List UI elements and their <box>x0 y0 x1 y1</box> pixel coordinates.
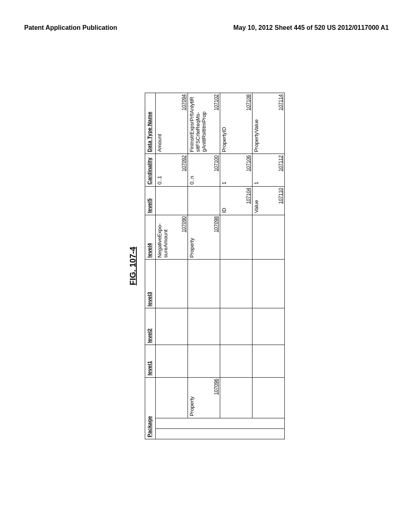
cell-level2 <box>220 308 252 345</box>
cell-datatype: PropertyID 107108 <box>220 93 252 154</box>
ref-number: 107114 <box>278 94 284 110</box>
lead-cell <box>156 428 285 439</box>
cell-cardinality: 0..n 107100 <box>188 154 220 187</box>
ref-number: 107106 <box>246 155 251 171</box>
lead-cell <box>156 418 285 428</box>
cell-cardinality: 1 107112 <box>252 154 285 187</box>
cell-level1 <box>252 345 285 378</box>
cell-text: Property <box>189 379 195 416</box>
cell-text: FinInstrExpsrPrflAnlytlRsltFSCrteReqMs-g… <box>189 95 207 152</box>
ref-number: 107094 <box>181 94 187 110</box>
cell-text: 1 <box>254 156 260 185</box>
col-package: Package <box>145 377 156 439</box>
header-right: May 10, 2012 Sheet 445 of 520 US 2012/01… <box>234 24 389 31</box>
cell-level2 <box>156 308 188 345</box>
cell-text: PropertyID <box>221 95 227 152</box>
cell-level4 <box>252 215 285 260</box>
cell-level5: ID 107104 <box>220 186 252 215</box>
col-level1: level1 <box>145 345 156 378</box>
table-row: Property 107096 Property 107098 <box>188 93 220 439</box>
cell-level4 <box>220 215 252 260</box>
cell-level5 <box>156 186 188 215</box>
col-level2: level2 <box>145 308 156 345</box>
cell-text: ID <box>221 188 227 213</box>
cell-text: 0..1 <box>157 156 163 185</box>
col-cardinality: Cardinality <box>145 154 156 187</box>
cell-package <box>252 377 285 418</box>
col-level4: level4 <box>145 215 156 260</box>
col-datatype: Data Type Name <box>145 93 156 154</box>
col-level5: level5 <box>145 186 156 215</box>
cell-level3 <box>252 260 285 308</box>
cell-text: Value <box>254 188 260 213</box>
cell-level1 <box>188 345 220 378</box>
cell-level4: Property 107098 <box>188 215 220 260</box>
table-row: Value 107110 1 107112 PropertyValue 1071… <box>252 93 285 439</box>
cell-datatype: Amount 107094 <box>156 93 188 154</box>
table-row: NegativeExpo-sureAmount 107090 0..1 1070… <box>156 93 188 439</box>
cell-level1 <box>156 345 188 378</box>
ref-number: 107112 <box>278 155 284 171</box>
cell-level1 <box>220 345 252 378</box>
cell-level3 <box>220 260 252 308</box>
cell-package: Property 107096 <box>188 377 220 418</box>
data-table: Package level1 level2 level3 level4 leve… <box>145 93 285 439</box>
cell-level5: Value 107110 <box>252 186 285 215</box>
cell-level5 <box>188 186 220 215</box>
header-left: Patent Application Publication <box>24 24 117 31</box>
page: Patent Application Publication May 10, 2… <box>0 0 413 532</box>
table-row: ID 107104 1 107106 PropertyID 107108 <box>220 93 252 439</box>
cell-cardinality: 1 107106 <box>220 154 252 187</box>
page-header: Patent Application Publication May 10, 2… <box>24 24 389 31</box>
cell-text: Amount <box>157 95 163 152</box>
cell-text: 1 <box>221 156 227 185</box>
cell-level2 <box>188 308 220 345</box>
table-header-row: Package level1 level2 level3 level4 leve… <box>145 93 156 439</box>
cell-datatype: FinInstrExpsrPrflAnlytlRsltFSCrteReqMs-g… <box>188 93 220 154</box>
ref-number: 107098 <box>213 216 219 233</box>
ref-number: 107092 <box>181 155 187 171</box>
cell-text: Property <box>189 217 195 258</box>
ref-number: 107110 <box>278 188 284 204</box>
col-level3: level3 <box>145 260 156 308</box>
ref-number: 107090 <box>181 216 187 233</box>
cell-level3 <box>156 260 188 308</box>
cell-text: PropertyValue <box>254 95 260 152</box>
ref-number: 107100 <box>213 155 219 171</box>
ref-number: 107108 <box>246 94 251 110</box>
cell-cardinality: 0..1 107092 <box>156 154 188 187</box>
cell-level4: NegativeExpo-sureAmount 107090 <box>156 215 188 260</box>
cell-package <box>156 377 188 418</box>
cell-package <box>220 377 252 418</box>
cell-level3 <box>188 260 220 308</box>
ref-number: 107096 <box>213 379 219 395</box>
ref-number: 107104 <box>246 188 251 204</box>
cell-text: 0..n <box>189 156 195 185</box>
cell-datatype: PropertyValue 107114 <box>252 93 285 154</box>
ref-number: 107102 <box>213 94 219 110</box>
figure-area: FIG. 107-4 Package level1 level2 level3 … <box>128 93 285 439</box>
figure-title: FIG. 107-4 <box>128 93 138 439</box>
cell-text: NegativeExpo-sureAmount <box>157 217 169 258</box>
cell-level2 <box>252 308 285 345</box>
